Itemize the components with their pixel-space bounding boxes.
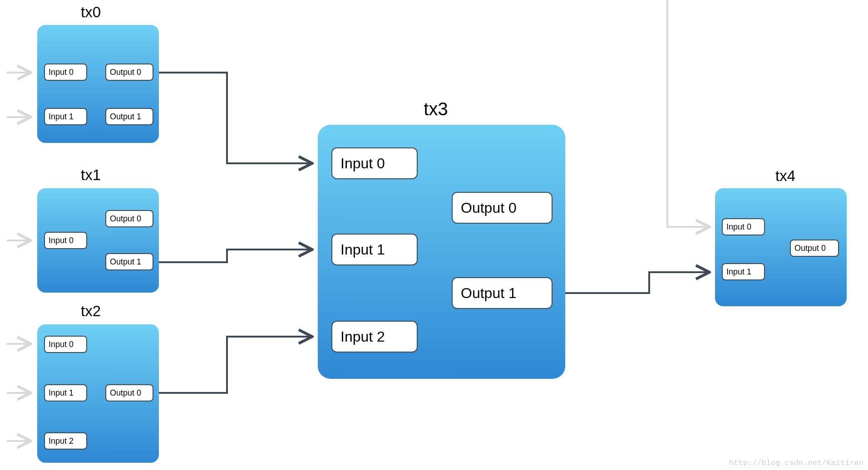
- arrow-tx2-out0-to-tx3-in2: [159, 337, 311, 393]
- tx0-title: tx0: [64, 4, 118, 21]
- tx2-input-0: Input 0: [44, 336, 87, 353]
- tx1-box: Input 0 Output 0 Output 1: [37, 188, 159, 293]
- tx3-output-0: Output 0: [452, 192, 552, 224]
- tx3-box: Input 0 Input 1 Input 2 Output 0 Output …: [318, 125, 565, 379]
- tx1-output-0: Output 0: [105, 210, 153, 227]
- tx2-box: Input 0 Input 1 Input 2 Output 0: [37, 324, 159, 463]
- arrow-tx3-out1-to-tx4-in1: [565, 272, 708, 293]
- tx3-output-1: Output 1: [452, 277, 552, 309]
- tx1-output-1: Output 1: [105, 253, 153, 270]
- tx3-input-2: Input 2: [331, 321, 418, 352]
- tx3-title: tx3: [409, 99, 463, 119]
- tx4-output-0: Output 0: [790, 240, 839, 257]
- watermark: http://blog.csdn.net/Kaitiren: [729, 459, 863, 467]
- tx0-input-0: Input 0: [44, 64, 87, 81]
- tx1-title: tx1: [64, 166, 118, 184]
- tx2-title: tx2: [64, 303, 118, 320]
- tx3-input-0: Input 0: [331, 147, 418, 179]
- tx0-output-0: Output 0: [105, 64, 153, 81]
- tx2-output-0: Output 0: [105, 384, 153, 401]
- tx0-output-1: Output 1: [105, 108, 153, 125]
- tx3-input-1: Input 1: [331, 234, 418, 265]
- tx2-input-1: Input 1: [44, 384, 87, 401]
- tx4-title: tx4: [758, 167, 813, 185]
- tx1-input-0: Input 0: [44, 232, 87, 249]
- tx4-box: Input 0 Input 1 Output 0: [715, 188, 847, 306]
- tx0-box: Input 0 Input 1 Output 0 Output 1: [37, 25, 159, 143]
- tx4-input-1: Input 1: [722, 263, 765, 280]
- tx2-input-2: Input 2: [44, 432, 87, 450]
- diagram-canvas: { "watermark": "http://blog.csdn.net/Kai…: [0, 0, 868, 470]
- arrow-tx1-out1-to-tx3-in1: [159, 250, 311, 262]
- arrow-ghost-to-tx4-in0: [667, 0, 708, 227]
- tx4-input-0: Input 0: [722, 218, 765, 235]
- tx0-input-1: Input 1: [44, 108, 87, 125]
- arrow-tx0-out0-to-tx3-in0: [159, 73, 311, 163]
